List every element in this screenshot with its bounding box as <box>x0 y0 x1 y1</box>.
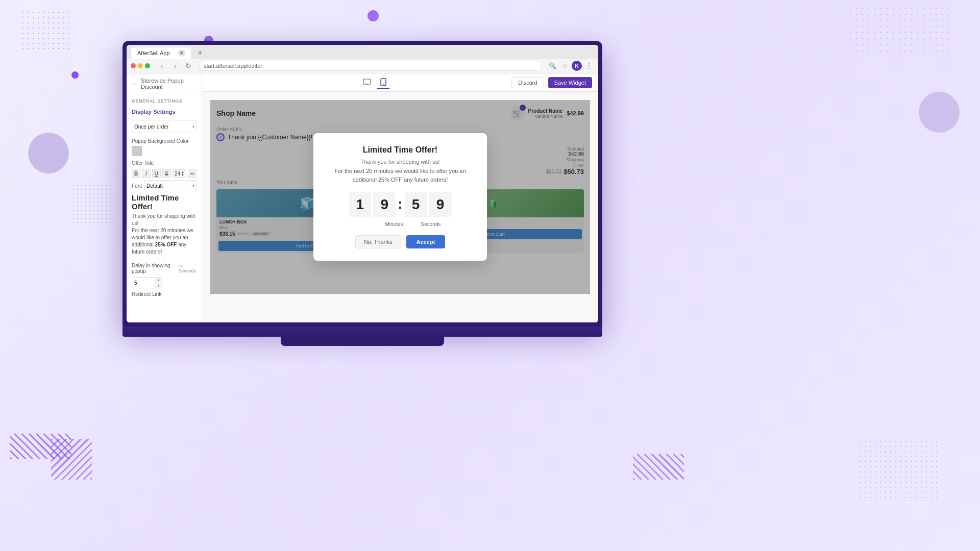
delay-input-wrapper: ▲ ▼ <box>132 277 162 288</box>
font-select-wrapper: Default Arial Georgia <box>144 180 197 191</box>
browser-actions: 🔍 ☆ K ⋮ <box>547 61 594 71</box>
minutes-label-text: Minutes <box>383 221 405 227</box>
countdown-separator: : <box>398 196 402 212</box>
countdown-digit-4: 9 <box>429 192 452 217</box>
circle-outline <box>194 418 225 449</box>
countdown-digit-3: 5 <box>405 192 427 217</box>
offer-title-section: B I U S 24 ▲ ▼ ✏ <box>127 167 202 261</box>
dots-decoration-topright <box>847 5 949 56</box>
preview-area: Shop Name 🛒 9 Product Name Variant Name <box>202 92 598 302</box>
delay-label: Delay in showing popup <box>132 263 175 274</box>
new-tab-button[interactable]: + <box>194 47 206 59</box>
dots-decoration-topleft <box>20 10 71 51</box>
browser-tabs: AfterSell App ✕ + <box>127 45 598 59</box>
display-settings-item[interactable]: Display Settings <box>127 106 202 118</box>
tab-title: AfterSell App <box>137 50 170 56</box>
circle-decoration-1 <box>71 71 79 79</box>
delay-input[interactable] <box>132 280 155 286</box>
save-widget-button[interactable]: Save Widget <box>548 77 592 88</box>
color-input-row <box>127 145 202 157</box>
discard-button[interactable]: Discard <box>511 77 544 88</box>
font-size-control[interactable]: 24 ▲ ▼ <box>173 169 186 178</box>
desktop-view-button[interactable] <box>361 77 373 89</box>
svg-rect-0 <box>363 79 371 84</box>
font-size-arrows: ▲ ▼ <box>181 170 184 177</box>
back-arrow-icon: ← <box>132 80 139 88</box>
user-avatar[interactable]: K <box>572 61 582 71</box>
modal-title: Limited Time Offer! <box>328 145 473 155</box>
countdown-labels: Minutes Seconds <box>328 221 473 227</box>
stripe-decoration-bottomleft2 <box>51 439 92 480</box>
close-traffic-light[interactable] <box>131 63 136 68</box>
delay-decrement[interactable]: ▼ <box>155 283 162 288</box>
top-toolbar: Discard Save Widget <box>202 73 598 92</box>
modal-buttons: No, Thanks Accept <box>328 235 473 248</box>
offer-title-label: Offer Title <box>127 157 202 167</box>
mobile-view-button[interactable] <box>377 77 389 89</box>
body-discount: 25% OFF <box>155 242 177 247</box>
active-tab[interactable]: AfterSell App ✕ <box>131 47 192 59</box>
svg-point-4 <box>383 84 384 85</box>
modal-body: For the next 20 minutes we would like to… <box>328 167 473 184</box>
accept-button[interactable]: Accept <box>406 235 446 248</box>
font-size-value: 24 <box>175 171 180 177</box>
modal-subtitle: Thank you for shopping with us! <box>328 159 473 165</box>
laptop-base <box>122 327 602 337</box>
underline-button[interactable]: U <box>152 169 161 178</box>
sidebar: ← Storewide Popup Discount GENERAL SETTI… <box>127 73 202 322</box>
display-select-wrapper: Once per order Always Once per session <box>127 118 202 135</box>
edit-icon[interactable]: ✏ <box>188 169 197 178</box>
delay-row: Delay in showing popup in Seconds <box>127 261 202 276</box>
laptop-stand <box>281 337 444 346</box>
screen-frame: AfterSell App ✕ + ‹ › ↻ start.after <box>122 41 602 327</box>
countdown-digit-1: 1 <box>349 192 371 217</box>
forward-nav-button[interactable]: › <box>169 60 181 71</box>
circle-decoration-3 <box>368 10 379 21</box>
reload-nav-button[interactable]: ↻ <box>183 60 194 71</box>
modal-overlay: Limited Time Offer! Thank you for shoppi… <box>210 100 590 294</box>
back-button[interactable]: ← Storewide Popup Discount <box>127 73 202 94</box>
screen-content: AfterSell App ✕ + ‹ › ↻ start.after <box>127 45 598 322</box>
bookmark-icon[interactable]: ☆ <box>559 61 570 71</box>
stripe-decoration-bottomright <box>633 454 684 480</box>
laptop-frame: AfterSell App ✕ + ‹ › ↻ start.after <box>122 41 602 337</box>
toolbar-actions: Discard Save Widget <box>511 77 592 88</box>
dots-decoration-bottomright <box>857 439 939 500</box>
browser-controls: ‹ › ↻ start.aftersell.app/editor 🔍 ☆ K ⋮ <box>127 59 598 73</box>
color-swatch[interactable] <box>132 146 142 156</box>
more-options-icon[interactable]: ⋮ <box>584 61 594 71</box>
redirect-link-label: Redirect Link <box>127 289 202 299</box>
minimize-traffic-light[interactable] <box>138 63 143 68</box>
countdown-digit-2: 9 <box>373 192 396 217</box>
font-row: Font Default Arial Georgia <box>132 180 197 191</box>
bold-button[interactable]: B <box>132 169 140 178</box>
section-label: GENERAL SETTINGS <box>127 94 202 106</box>
formatting-toolbar: B I U S 24 ▲ ▼ ✏ <box>132 169 197 178</box>
shop-preview: Shop Name 🛒 9 Product Name Variant Name <box>210 100 590 294</box>
popup-bg-color-label: Popup Background Color <box>127 135 202 145</box>
display-select[interactable]: Once per order Always Once per session <box>132 120 197 133</box>
no-thanks-button[interactable]: No, Thanks <box>355 235 401 248</box>
dots-decoration-bottomleft <box>71 184 112 224</box>
tab-close-button[interactable]: ✕ <box>178 49 185 57</box>
delay-unit: in Seconds <box>178 263 197 273</box>
font-select[interactable]: Default Arial Georgia <box>144 180 197 191</box>
traffic-lights <box>131 63 150 68</box>
font-label: Font <box>132 183 142 189</box>
offer-body-preview: Thank you for shopping with us! For the … <box>132 213 197 256</box>
browser-chrome: AfterSell App ✕ + ‹ › ↻ start.after <box>127 45 598 73</box>
back-nav-button[interactable]: ‹ <box>156 60 167 71</box>
search-icon[interactable]: 🔍 <box>547 61 557 71</box>
minutes-label <box>358 221 381 227</box>
maximize-traffic-light[interactable] <box>145 63 150 68</box>
app-layout: ← Storewide Popup Discount GENERAL SETTI… <box>127 73 598 322</box>
strikethrough-button[interactable]: S <box>162 169 171 178</box>
circle-large-right <box>919 92 960 133</box>
address-bar[interactable]: start.aftersell.app/editor <box>199 61 542 71</box>
countdown-timer: 1 9 : 5 9 <box>328 192 473 217</box>
delay-increment[interactable]: ▲ <box>155 277 162 283</box>
circle-large-left <box>28 133 69 173</box>
italic-button[interactable]: I <box>142 169 151 178</box>
body-line1: Thank you for shopping with us! <box>132 213 195 226</box>
device-icons <box>361 77 389 89</box>
